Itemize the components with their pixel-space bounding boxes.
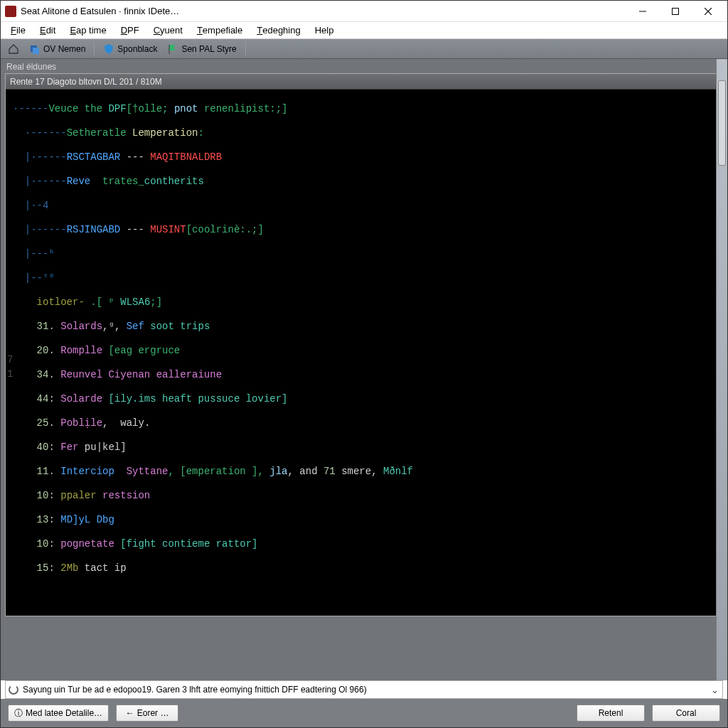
status-text: Sayung uin Tur be ad e edopoo19. Garen 3… bbox=[23, 685, 705, 695]
spinner-icon bbox=[9, 685, 18, 695]
window-title: Seat Alitone d Eatsulen · finnix IDete… bbox=[21, 6, 626, 16]
info-icon: ⓘ bbox=[14, 709, 23, 717]
details-button-label: Med latee Detalile… bbox=[26, 708, 102, 718]
eorer-button[interactable]: ← Eorer … bbox=[116, 705, 178, 722]
tool-home[interactable] bbox=[4, 41, 23, 57]
tool-ov-nemen[interactable]: OV Nemen bbox=[25, 41, 90, 57]
panel-header: Rente 17 Diagoto bltovn D/L 201 / 810M bbox=[6, 74, 722, 90]
tool-sen-pal-label: Sen PAL Styre bbox=[181, 44, 236, 54]
menu-cyuent[interactable]: Cyuent bbox=[146, 22, 190, 38]
retenl-button-label: Retenl bbox=[599, 708, 623, 718]
gutter-7: 7 bbox=[7, 354, 13, 366]
scrollbar-vertical[interactable] bbox=[716, 59, 727, 680]
toolbar-separator bbox=[94, 42, 95, 56]
tool-ov-nemen-label: OV Nemen bbox=[43, 44, 85, 54]
tool-sponblack[interactable]: Sponblack bbox=[99, 41, 161, 57]
svg-rect-5 bbox=[33, 48, 39, 54]
menu-help[interactable]: Help bbox=[308, 22, 341, 38]
menu-tedeghing[interactable]: Tedeghing bbox=[250, 22, 307, 38]
arrow-left-icon: ← bbox=[126, 709, 134, 717]
scrollbar-thumb[interactable] bbox=[718, 80, 726, 166]
body-spacer bbox=[5, 616, 723, 676]
menu-eaptime[interactable]: Eap time bbox=[63, 22, 113, 38]
home-icon bbox=[8, 43, 19, 55]
eorer-button-label: Eorer … bbox=[137, 708, 169, 718]
menu-tempefiale[interactable]: Tempefiale bbox=[190, 22, 250, 38]
menu-dpf[interactable]: DPF bbox=[114, 22, 146, 38]
chevron-down-icon[interactable]: ⌄ bbox=[710, 685, 719, 695]
menu-file[interactable]: File bbox=[4, 22, 33, 38]
maximize-button[interactable] bbox=[659, 1, 692, 21]
svg-rect-1 bbox=[673, 8, 679, 14]
layers-icon bbox=[29, 43, 41, 55]
button-row: ⓘ Med latee Detalile… ← Eorer … Retenl C… bbox=[1, 699, 727, 727]
toolbar: OV Nemen Sponblack Sen PAL Styre bbox=[1, 39, 727, 59]
coral-button[interactable]: Coral bbox=[652, 705, 720, 722]
flag-icon bbox=[167, 43, 178, 55]
tool-sponblack-label: Sponblack bbox=[117, 44, 157, 54]
code-panel: Rente 17 Diagoto bltovn D/L 201 / 810M ·… bbox=[5, 73, 723, 616]
tool-sen-pal[interactable]: Sen PAL Styre bbox=[163, 41, 240, 57]
gutter-1: 1 bbox=[7, 368, 13, 380]
minimize-button[interactable] bbox=[626, 1, 659, 21]
app-window: Seat Alitone d Eatsulen · finnix IDete… … bbox=[0, 0, 728, 728]
section-label: Real éldunes bbox=[5, 59, 723, 73]
shield-icon bbox=[103, 43, 114, 55]
menubar: File Edit Eap time DPF Cyuent Tempefiale… bbox=[1, 22, 727, 39]
details-button[interactable]: ⓘ Med latee Detalile… bbox=[8, 705, 109, 722]
app-icon bbox=[5, 6, 16, 17]
toolbar-separator-2 bbox=[245, 42, 246, 56]
retenl-button[interactable]: Retenl bbox=[577, 705, 645, 722]
menu-edit[interactable]: Edit bbox=[33, 22, 63, 38]
coral-button-label: Coral bbox=[676, 708, 697, 718]
body-area: Real éldunes Rente 17 Diagoto bltovn D/L… bbox=[1, 59, 727, 680]
status-bar: Sayung uin Tur be ad e edopoo19. Garen 3… bbox=[5, 680, 723, 699]
code-editor[interactable]: ·-----Veuce the DPF[†olle; pnot renenlip… bbox=[6, 90, 722, 616]
close-button[interactable] bbox=[692, 1, 724, 21]
titlebar: Seat Alitone d Eatsulen · finnix IDete… bbox=[1, 1, 727, 22]
